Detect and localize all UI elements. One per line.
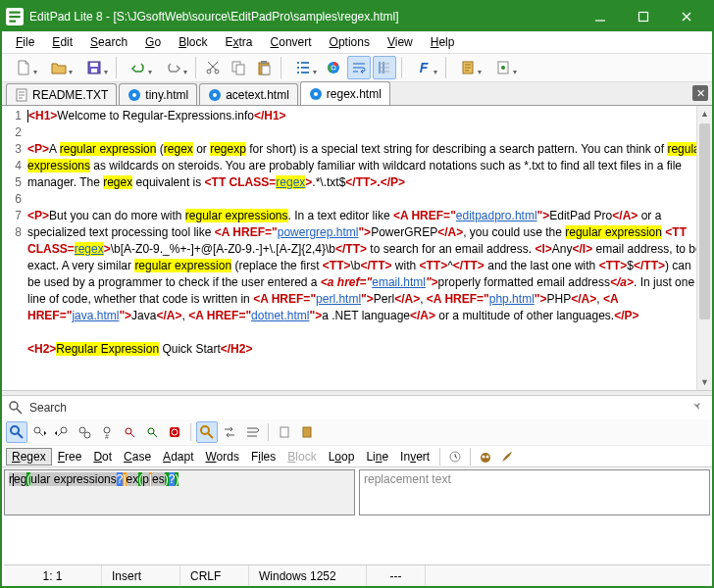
new-file-button[interactable] [7,56,40,79]
svg-rect-4 [91,69,97,73]
scroll-down-icon[interactable]: ▼ [697,374,712,390]
replace-next-button[interactable] [219,421,240,443]
opt-feather-icon[interactable] [496,446,518,467]
opt-invert[interactable]: Invert [394,448,435,466]
count-button[interactable]: # [96,421,118,443]
tab-label: tiny.html [145,88,188,102]
minimize-button[interactable] [579,3,622,30]
instant-button[interactable] [164,421,185,443]
search-toolbar: # [2,419,712,445]
find-next-button[interactable] [28,421,50,443]
paste-button[interactable] [252,56,276,79]
wrap-button[interactable] [347,56,371,79]
svg-rect-10 [261,61,267,64]
code-content[interactable]: <H1>Welcome to Regular-Expressions.info<… [26,106,712,390]
titlebar: EditPad Lite 8 - [S:\JGsoftWeb\source\Ed… [2,2,712,31]
indent-guides-button[interactable] [373,56,396,79]
svg-rect-38 [280,427,288,437]
open-file-button[interactable] [42,56,76,79]
tabbar: README.TXT tiny.html acetext.html regex.… [2,82,712,106]
tab-tiny[interactable]: tiny.html [119,83,197,105]
menu-search[interactable]: Search [82,33,135,51]
main-toolbar: F [2,53,712,82]
svg-point-20 [132,93,136,97]
paste-search-button[interactable] [296,421,318,443]
maximize-button[interactable] [622,3,665,30]
status-position[interactable]: 1: 1 [4,565,102,586]
opt-free[interactable]: Free [52,448,88,466]
menu-file[interactable]: File [8,33,42,51]
search-label: Search [29,401,685,415]
menubar: File Edit Search Go Block Extra Convert … [2,31,712,53]
svg-point-26 [11,426,19,434]
tab-label: acetext.html [226,88,289,102]
replace-input[interactable]: replacement text [359,469,710,515]
svg-point-22 [213,93,217,97]
opt-files[interactable]: Files [245,448,281,466]
opt-favorites-button[interactable] [444,446,466,467]
opt-words[interactable]: Words [199,448,244,466]
list-button[interactable] [286,56,320,79]
search-input[interactable]: reg(ular expressions?|ex(p|es)?) [4,469,355,515]
tools2-button[interactable] [486,56,520,79]
replace-button[interactable] [196,421,218,443]
menu-edit[interactable]: Edit [44,33,80,51]
redo-button[interactable] [157,56,190,79]
svg-point-37 [201,426,209,434]
menu-convert[interactable]: Convert [263,33,320,51]
find-prev-button[interactable] [51,421,73,443]
opt-dot[interactable]: Dot [87,448,118,466]
opt-case[interactable]: Case [118,448,157,466]
replace-all-button[interactable] [241,421,263,443]
svg-rect-11 [262,66,270,74]
opt-owl-icon[interactable] [475,446,496,467]
tab-readme[interactable]: README.TXT [6,83,117,105]
svg-point-14 [332,66,335,70]
tab-regex[interactable]: regex.html [300,81,390,105]
scrollbar-thumb[interactable] [699,123,710,319]
menu-block[interactable]: Block [171,33,215,51]
highlight-button[interactable] [119,421,140,443]
cut-button[interactable] [201,56,225,79]
editor-area[interactable]: 123 4 5 67 8 <H1>Welcome to Regular-Expr… [2,106,712,390]
html-icon [208,88,222,102]
svg-text:#: # [105,433,109,439]
tab-close-button[interactable]: ✕ [692,85,708,101]
vertical-scrollbar[interactable]: ▲ ▼ [696,106,712,390]
save-file-button[interactable] [77,56,111,79]
svg-rect-1 [639,13,648,22]
scroll-up-icon[interactable]: ▲ [697,106,712,122]
menu-extra[interactable]: Extra [218,33,261,51]
menu-go[interactable]: Go [137,33,169,51]
tools1-button[interactable] [451,56,484,79]
menu-help[interactable]: Help [423,33,463,51]
copy-search-button[interactable] [274,421,295,443]
pin-icon[interactable] [690,400,706,416]
status-encoding[interactable]: Windows 1252 [249,565,367,586]
opt-block[interactable]: Block [281,448,322,466]
svg-point-29 [79,427,85,433]
opt-regex[interactable]: Regex [6,448,52,466]
status-eol[interactable]: CRLF [180,565,249,586]
copy-button[interactable] [227,56,250,79]
tab-acetext[interactable]: acetext.html [199,83,298,105]
svg-point-41 [481,453,490,463]
undo-button[interactable] [122,56,155,79]
svg-point-42 [483,455,485,458]
search-icon [8,400,24,416]
menu-view[interactable]: View [380,33,421,51]
svg-point-30 [84,432,90,438]
opt-adapt[interactable]: Adapt [157,448,199,466]
fold-button[interactable] [141,421,163,443]
menu-options[interactable]: Options [322,33,378,51]
find-button[interactable] [6,421,27,443]
opt-loop[interactable]: Loop [323,448,361,466]
font-button[interactable]: F [407,56,440,79]
browser-button[interactable] [322,56,345,79]
search-header: Search [2,396,712,419]
close-button[interactable] [665,3,708,30]
line-gutter: 123 4 5 67 8 [2,106,26,390]
status-insert[interactable]: Insert [102,565,180,586]
opt-line[interactable]: Line [360,448,394,466]
find-all-button[interactable] [74,421,95,443]
